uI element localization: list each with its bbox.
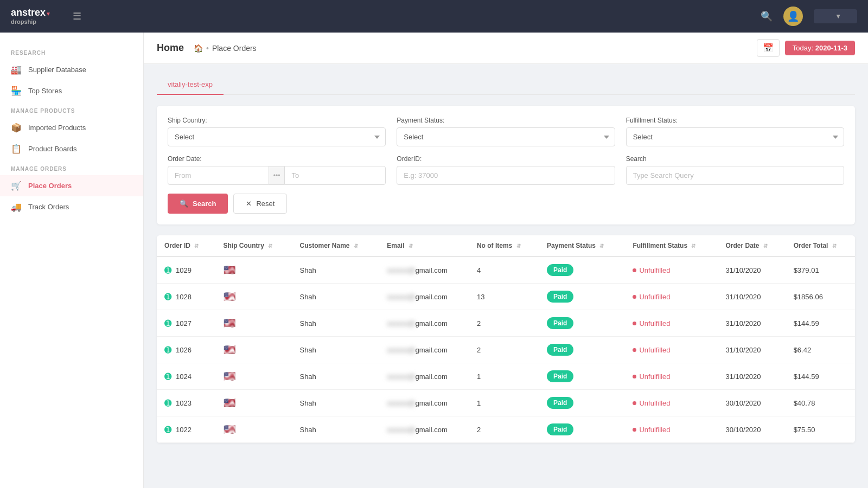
cell-order-total-0: $379.01	[786, 256, 855, 284]
sidebar-item-imported-products[interactable]: 📦 Imported Products	[0, 117, 143, 138]
home-icon[interactable]: 🏠	[194, 44, 203, 53]
reset-button[interactable]: ✕ Reset	[233, 194, 287, 214]
expand-row-4[interactable]: ➊	[164, 371, 171, 382]
col-fulfillment-status: Fulfillment Status ⇵	[625, 235, 718, 256]
cell-customer-name-1: Shah	[292, 284, 379, 310]
main-content: Home 🏠 • Place Orders 📅 Today: 2020-11-3…	[144, 33, 868, 488]
cell-order-id-1: ➊ 1028	[157, 284, 216, 310]
col-payment-status: Payment Status ⇵	[539, 235, 625, 256]
ship-country-select[interactable]: Select US UK CA AU	[168, 127, 386, 146]
cell-email-1: xxxxxx@gmail.com	[379, 284, 469, 310]
email-value-3: xxxxxx@	[387, 346, 415, 354]
sidebar-item-product-boards[interactable]: 📋 Product Boards	[0, 138, 143, 159]
flag-icon-3: 🇺🇸	[224, 344, 235, 355]
cell-payment-status-0: Paid	[539, 256, 625, 284]
expand-row-3[interactable]: ➊	[164, 345, 171, 355]
header-right: 📅 Today: 2020-11-3	[757, 39, 855, 57]
cell-customer-name-3: Shah	[292, 337, 379, 363]
cell-fulfillment-status-3: Unfulfilled	[625, 337, 718, 363]
cell-email-4: xxxxxx@gmail.com	[379, 363, 469, 390]
fulfillment-status-group: Fulfillment Status: Select Fulfilled Unf…	[626, 117, 844, 146]
search-button[interactable]: 🔍 Search	[168, 194, 228, 214]
expand-row-6[interactable]: ➊	[164, 425, 171, 435]
sort-icon-fulfillment-status[interactable]: ⇵	[691, 243, 695, 249]
sort-icon-order-date[interactable]: ⇵	[763, 243, 768, 249]
sidebar-section-manage-orders: MANAGE ORDERS	[0, 159, 143, 175]
cell-order-total-3: $6.42	[786, 337, 855, 363]
email-value-2: xxxxxx@	[387, 319, 415, 328]
email-value-5: xxxxxx@	[387, 399, 415, 407]
imported-products-icon: 📦	[11, 123, 22, 133]
action-row: 🔍 Search ✕ Reset	[168, 194, 844, 214]
breadcrumb-current: Place Orders	[212, 44, 257, 53]
order-date-to-input[interactable]	[284, 166, 386, 185]
cell-order-id-6: ➊ 1022	[157, 416, 216, 443]
sidebar-item-track-orders[interactable]: 🚚 Track Orders	[0, 196, 143, 217]
date-separator: •••	[269, 166, 285, 185]
reset-btn-icon: ✕	[246, 200, 252, 208]
search-input[interactable]	[626, 166, 844, 185]
cell-order-date-2: 31/10/2020	[718, 310, 786, 337]
sidebar-section-manage-products: MANAGE PRODUCTS	[0, 101, 143, 117]
search-group: Search	[626, 155, 844, 185]
cell-email-6: xxxxxx@gmail.com	[379, 416, 469, 443]
table-row: ➊ 1029 🇺🇸 Shah xxxxxx@gmail.com 4 Paid U…	[157, 256, 855, 284]
order-id-group: OrderID:	[397, 155, 615, 185]
date-badge: Today: 2020-11-3	[785, 41, 855, 55]
today-label: Today:	[793, 44, 813, 52]
calendar-button[interactable]: 📅	[757, 39, 780, 57]
fulfillment-status-select[interactable]: Select Fulfilled Unfulfilled Partial	[626, 127, 844, 146]
cell-payment-status-6: Paid	[539, 416, 625, 443]
sidebar-item-top-stores[interactable]: 🏪 Top Stores	[0, 80, 143, 101]
cell-no-of-items-1: 13	[469, 284, 539, 310]
hamburger-menu[interactable]: ☰	[73, 10, 81, 22]
email-value-0: xxxxxx@	[387, 266, 415, 274]
payment-status-label: Payment Status:	[397, 117, 615, 124]
tab-vitaliy-test-exp[interactable]: vitaliy-test-exp	[157, 75, 224, 95]
payment-badge-3: Paid	[547, 344, 573, 356]
product-boards-icon: 📋	[11, 144, 22, 154]
expand-row-0[interactable]: ➊	[164, 265, 171, 275]
flag-icon-5: 🇺🇸	[224, 397, 235, 408]
search-icon[interactable]: 🔍	[761, 10, 773, 22]
breadcrumb-separator: •	[206, 44, 209, 53]
sidebar-item-supplier-database[interactable]: 🏭 Supplier Database	[0, 59, 143, 80]
cell-fulfillment-status-5: Unfulfilled	[625, 390, 718, 416]
cell-fulfillment-status-2: Unfulfilled	[625, 310, 718, 337]
cell-order-date-0: 31/10/2020	[718, 256, 786, 284]
sort-icon-customer-name[interactable]: ⇵	[354, 243, 358, 249]
sidebar-label-top-stores: Top Stores	[28, 87, 62, 95]
payment-status-select[interactable]: Select Paid Pending Refunded	[397, 127, 615, 146]
cell-order-date-4: 31/10/2020	[718, 363, 786, 390]
ship-country-group: Ship Country: Select US UK CA AU	[168, 117, 386, 146]
expand-row-5[interactable]: ➊	[164, 398, 171, 408]
sort-icon-ship-country[interactable]: ⇵	[268, 243, 272, 249]
cell-order-id-2: ➊ 1027	[157, 310, 216, 337]
logo-area: anstrex▼ dropship ☰	[11, 8, 81, 25]
table-body: ➊ 1029 🇺🇸 Shah xxxxxx@gmail.com 4 Paid U…	[157, 256, 855, 443]
avatar[interactable]: 👤	[783, 7, 803, 26]
fulfillment-label-1: Unfulfilled	[639, 293, 670, 301]
user-dropdown[interactable]: ▼	[814, 9, 857, 23]
sidebar-item-place-orders[interactable]: 🛒 Place Orders	[0, 175, 143, 196]
sort-icon-order-id[interactable]: ⇵	[194, 243, 199, 249]
flag-icon-0: 🇺🇸	[224, 265, 235, 275]
fulfillment-label-6: Unfulfilled	[639, 426, 670, 434]
sort-icon-email[interactable]: ⇵	[409, 243, 413, 249]
cell-fulfillment-status-6: Unfulfilled	[625, 416, 718, 443]
unfulfilled-dot-4	[633, 375, 636, 378]
sort-icon-order-total[interactable]: ⇵	[832, 243, 837, 249]
col-order-id: Order ID ⇵	[157, 235, 216, 256]
sort-icon-payment-status[interactable]: ⇵	[599, 243, 604, 249]
cell-order-total-2: $144.59	[786, 310, 855, 337]
email-value-4: xxxxxx@	[387, 373, 415, 381]
order-id-input[interactable]	[397, 166, 615, 185]
order-date-from-input[interactable]	[168, 166, 269, 185]
expand-row-1[interactable]: ➊	[164, 292, 171, 302]
logo: anstrex▼ dropship	[11, 8, 51, 25]
sort-icon-no-of-items[interactable]: ⇵	[516, 243, 521, 249]
today-date: 2020-11-3	[815, 44, 847, 52]
col-email: Email ⇵	[379, 235, 469, 256]
expand-row-2[interactable]: ➊	[164, 318, 171, 329]
cell-payment-status-3: Paid	[539, 337, 625, 363]
